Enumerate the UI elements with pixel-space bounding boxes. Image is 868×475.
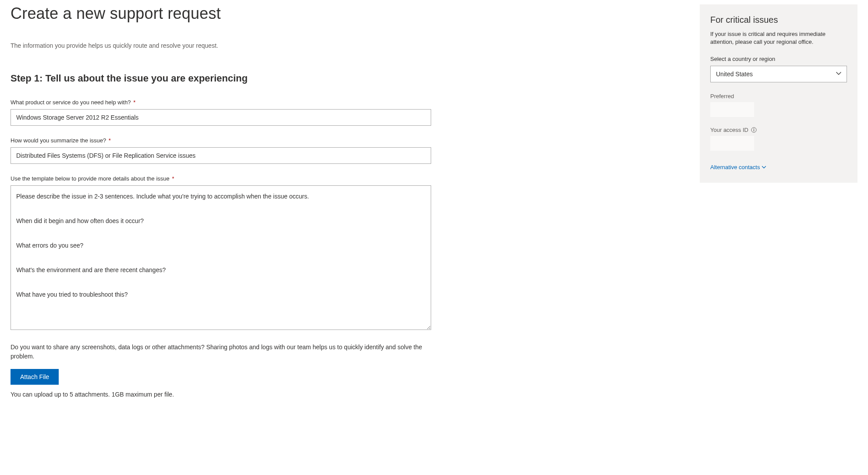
preferred-value — [710, 102, 754, 117]
required-asterisk: * — [107, 137, 111, 144]
alternative-contacts-text: Alternative contacts — [710, 164, 760, 170]
step1-heading: Step 1: Tell us about the issue you are … — [11, 73, 440, 84]
summary-input[interactable] — [11, 147, 431, 164]
svg-point-1 — [754, 128, 755, 129]
access-id-value — [710, 136, 754, 151]
sidebar-heading: For critical issues — [710, 15, 847, 25]
page-intro: The information you provide helps us qui… — [11, 42, 440, 49]
attach-file-button[interactable]: Attach File — [11, 369, 59, 385]
required-asterisk: * — [132, 99, 136, 106]
details-label: Use the template below to provide more d… — [11, 175, 440, 182]
chevron-down-icon — [762, 165, 766, 170]
country-select[interactable]: United States — [710, 66, 847, 82]
summary-label-text: How would you summarize the issue? — [11, 137, 106, 144]
upload-note: You can upload up to 5 attachments. 1GB … — [11, 391, 440, 398]
details-label-text: Use the template below to provide more d… — [11, 175, 170, 182]
product-field: What product or service do you need help… — [11, 99, 440, 126]
main-content: Create a new support request The informa… — [11, 4, 440, 398]
summary-field: How would you summarize the issue? * — [11, 137, 440, 164]
product-label-text: What product or service do you need help… — [11, 99, 131, 106]
details-textarea[interactable]: Please describe the issue in 2-3 sentenc… — [11, 185, 431, 330]
product-input[interactable] — [11, 109, 431, 126]
summary-label: How would you summarize the issue? * — [11, 137, 440, 144]
preferred-label: Preferred — [710, 93, 847, 99]
alternative-contacts-link[interactable]: Alternative contacts — [710, 164, 766, 170]
svg-rect-2 — [754, 130, 754, 131]
required-asterisk: * — [170, 175, 174, 182]
sidebar-desc: If your issue is critical and requires i… — [710, 30, 847, 46]
product-label: What product or service do you need help… — [11, 99, 440, 106]
access-id-row: Your access ID — [710, 127, 847, 133]
country-select-wrap: United States — [710, 66, 847, 82]
critical-issues-sidebar: For critical issues If your issue is cri… — [700, 4, 857, 183]
page-title: Create a new support request — [11, 4, 440, 23]
attachments-desc: Do you want to share any screenshots, da… — [11, 343, 431, 361]
country-label: Select a country or region — [710, 56, 847, 62]
details-field: Use the template below to provide more d… — [11, 175, 440, 331]
info-icon[interactable] — [751, 127, 757, 133]
access-id-label: Your access ID — [710, 127, 748, 133]
